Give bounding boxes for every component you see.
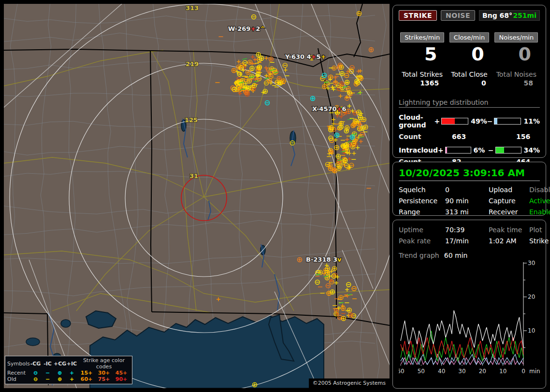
lightning-map[interactable]: 31321912531W-269+2^Y-630 4+5+X-4570+6B-2… [4, 4, 390, 388]
range-value: 313 mi [445, 208, 489, 216]
svg-text:60: 60 [399, 368, 405, 375]
noise-toggle-button[interactable]: NOISE [441, 10, 475, 21]
legend-age-code: 75+ [95, 376, 113, 382]
peak-rate-label: Peak rate [399, 237, 445, 245]
svg-text:50: 50 [418, 368, 425, 375]
upload-label: Upload [489, 186, 529, 194]
storm-cell-label: B-2318 3v [306, 256, 342, 263]
strikes-per-min-value: 5 [399, 44, 446, 64]
cg-neg-pct: 11% [522, 117, 540, 125]
plot-label: Plot [529, 226, 549, 234]
distribution-title: Lightning type distribution [399, 98, 540, 108]
cg-neg-count: 156 [516, 133, 530, 140]
ic-neg-pct: 34% [523, 146, 540, 154]
trend-window-value: 60 min [444, 252, 468, 259]
cg-pos-count: 663 [452, 133, 516, 140]
plot-value: Strike [529, 237, 549, 245]
status-box: 10/20/2025 3:09:16 AM Squelch 0 Upload D… [392, 162, 546, 216]
map-canvas: 31321912531W-269+2^Y-630 4+5+X-4570+6B-2… [4, 4, 390, 388]
squelch-value: 0 [445, 186, 489, 194]
ic-pos-bar [445, 147, 471, 154]
total-close-value: 0 [446, 79, 492, 87]
cloud-ground-label: Cloud-ground [399, 113, 434, 129]
squelch-label: Squelch [399, 186, 445, 194]
side-panel: STRIKE NOISE Bng 68° 251mi Strikes/min 5… [392, 0, 547, 392]
trend-series-pos-cg [401, 354, 523, 364]
storm-cell-label: W-269+2^ [228, 25, 265, 32]
legend-symbol-icon: ⊕ [54, 376, 66, 382]
range-ring-label: 31 [189, 172, 198, 180]
trend-box: Uptime 70:39 Peak time Plot Peak rate 17… [392, 220, 546, 389]
persistence-label: Persistence [399, 197, 445, 205]
intracloud-row: Intracloud + 6% − 34% [399, 146, 540, 154]
svg-text:30: 30 [458, 368, 465, 375]
legend-symbol-icon: − [42, 370, 54, 376]
total-close-label: Total Close [446, 70, 492, 78]
trend-series-total [401, 310, 523, 348]
legend-age-code: 45+ [113, 370, 130, 376]
persistence-value: 90 min [445, 197, 489, 205]
legend-col-pCG: +CG [54, 361, 66, 367]
total-strikes-value: 1365 [399, 79, 446, 87]
stormvue-window: 31321912531W-269+2^Y-630 4+5+X-4570+6B-2… [0, 0, 550, 392]
legend-ages-header: Strike age color codes [78, 357, 130, 370]
strike-toggle-button[interactable]: STRIKE [399, 10, 437, 21]
close-per-min-header: Close/min [449, 32, 489, 42]
peak-rate-value: 17/min [445, 237, 489, 245]
range-ring-label: 219 [186, 60, 199, 68]
receiver-value: Enabled [529, 208, 550, 216]
ic-neg-bar [495, 147, 521, 154]
storm-cell-label: Y-630 4+5+ [285, 53, 326, 60]
intracloud-label: Intracloud [399, 146, 438, 154]
legend-col-pIC: +IC [66, 361, 78, 367]
counters-box: STRIKE NOISE Bng 68° 251mi Strikes/min 5… [392, 5, 546, 158]
capture-label: Capture [489, 197, 529, 205]
noises-per-min-header: Noises/min [494, 32, 538, 42]
capture-value: Active [529, 197, 550, 205]
range-ring-label: 313 [186, 4, 199, 12]
close-per-min-value: 0 [446, 44, 492, 64]
cloud-ground-row: Cloud-ground + 49% − 11% [399, 113, 540, 129]
bearing-readout: Bng 68° 251mi [479, 10, 540, 21]
datetime-display: 10/20/2025 3:09:16 AM [399, 167, 540, 181]
legend-symbol-icon: ⊖ [29, 376, 42, 382]
upload-value: Disabled [529, 186, 550, 194]
legend-row-label: Recent [7, 370, 29, 376]
legend-age-code: 90+ [113, 376, 130, 382]
uptime-label: Uptime [399, 226, 445, 234]
legend-symbols-header: Symbols [7, 361, 29, 367]
uptime-value: 70:39 [445, 226, 489, 234]
legend-col-nIC: -IC [42, 361, 54, 367]
svg-text:min: min [529, 368, 540, 375]
noises-per-min-value: 0 [493, 44, 540, 64]
copyright: ©2005 Astrogenic Systems [309, 378, 390, 388]
total-strikes-label: Total Strikes [399, 70, 446, 78]
svg-text:30: 30 [528, 260, 535, 266]
legend-symbol-icon: + [66, 376, 78, 382]
total-noises-label: Total Noises [493, 70, 540, 78]
ic-pos-pct: 6% [473, 146, 488, 154]
trend-graph-label: Trend graph [399, 252, 439, 259]
peak-time-label: Peak time [489, 226, 529, 234]
legend-col-nCG: -CG [29, 361, 42, 367]
legend-age-code: 60+ [78, 376, 95, 382]
legend-symbol-icon: + [66, 370, 78, 376]
cg-pos-pct: 49% [470, 117, 487, 125]
range-ring-label: 125 [185, 116, 198, 124]
storm-cell-label: X-4570+6 [312, 105, 347, 112]
trend-graph: 1020306050403020100min [399, 260, 542, 380]
cg-pos-bar [441, 118, 468, 125]
legend-age-code: 15+ [78, 370, 95, 376]
legend-symbol-icon: − [42, 376, 54, 382]
range-label: Range [399, 208, 445, 216]
receiver-label: Receiver [489, 208, 529, 216]
svg-text:40: 40 [438, 368, 445, 375]
bearing-range: 251mi [513, 12, 536, 19]
total-noises-value: 58 [493, 79, 540, 87]
cg-neg-bar [494, 118, 521, 125]
strikes-per-min-header: Strikes/min [400, 32, 444, 42]
svg-text:10: 10 [499, 368, 507, 375]
map-legend: Symbols-CG-IC+CG+ICStrike age color code… [5, 356, 132, 384]
legend-row-label: Old [7, 376, 29, 382]
cloud-ground-counts: Count 663 156 [399, 133, 540, 140]
